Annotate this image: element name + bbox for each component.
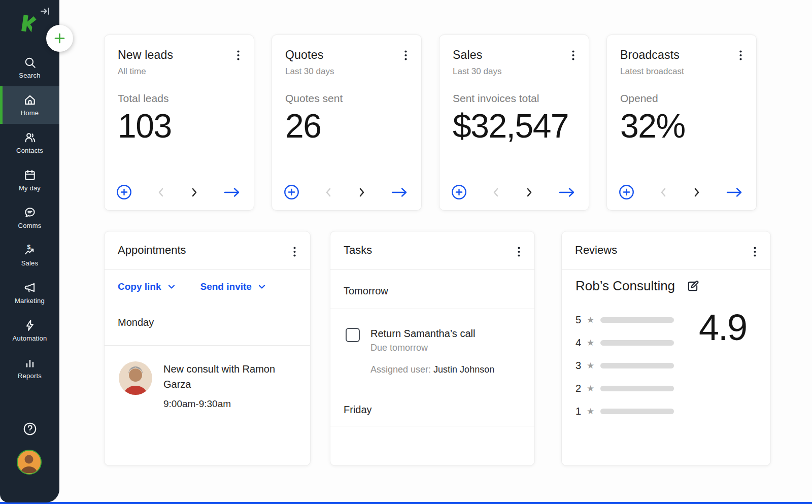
prev-page-chevron[interactable] <box>324 187 332 198</box>
sidebar-item-automation[interactable]: Automation <box>0 312 59 349</box>
megaphone-icon <box>23 281 37 294</box>
sidebar-item-search[interactable]: Search <box>0 49 59 86</box>
prev-page-chevron[interactable] <box>157 187 165 198</box>
add-record-button[interactable] <box>619 184 634 200</box>
rating-row-3-star: 3 ★ <box>576 360 674 372</box>
copy-link-button[interactable]: Copy link <box>118 281 176 292</box>
sidebar-item-label: Comms <box>18 222 42 229</box>
rating-row-1-star: 1 ★ <box>576 406 674 417</box>
tasks-section-header: Tomorrow <box>344 285 388 297</box>
sidebar-nav: Search Home Contacts My day <box>0 49 59 387</box>
tasks-panel: Tasks Tomorrow Return Samantha’s call Du… <box>330 231 535 466</box>
kebab-menu-icon[interactable] <box>750 245 760 261</box>
prev-page-chevron[interactable] <box>492 187 500 198</box>
edit-business-button[interactable] <box>686 280 699 293</box>
calendar-icon <box>23 169 37 182</box>
kebab-menu-icon[interactable] <box>514 245 524 261</box>
sidebar-item-marketing[interactable]: Marketing <box>0 274 59 312</box>
star-icon: ★ <box>587 338 594 348</box>
star-icon: ★ <box>587 383 594 394</box>
next-page-chevron[interactable] <box>525 187 533 198</box>
rating-bar <box>600 317 674 323</box>
card-title: Sales <box>453 48 576 62</box>
sidebar-item-my-day[interactable]: My day <box>0 161 59 199</box>
sidebar-item-reports[interactable]: Reports <box>0 349 59 387</box>
rating-bar <box>600 409 674 414</box>
rating-row-4-star: 4 ★ <box>576 337 674 349</box>
kebab-menu-icon[interactable] <box>735 48 746 64</box>
card-title: Broadcasts <box>620 48 743 62</box>
go-to-report-arrow[interactable] <box>726 186 743 198</box>
rating-row-5-star: 5 ★ <box>576 314 674 326</box>
sidebar-item-home[interactable]: Home <box>0 86 59 124</box>
stat-card-broadcasts: Broadcasts Latest broadcast Opened 32% <box>606 35 757 211</box>
send-invite-button[interactable]: Send invite <box>200 281 266 292</box>
next-page-chevron[interactable] <box>358 187 366 198</box>
panel-title: Reviews <box>575 244 617 257</box>
bar-chart-icon <box>23 356 37 369</box>
contacts-icon <box>23 131 37 144</box>
sidebar-item-contacts[interactable]: Contacts <box>0 124 59 161</box>
task-assigned: Assigned user: Justin Johnson <box>370 364 494 375</box>
go-to-report-arrow[interactable] <box>223 186 241 198</box>
dollar-trend-icon: $ <box>23 244 37 257</box>
card-title: New leads <box>118 48 241 62</box>
task-assigned-user: Justin Johnson <box>433 364 494 375</box>
tasks-header: Tasks <box>330 231 534 270</box>
rating-label: 4 <box>576 337 586 349</box>
kebab-menu-icon[interactable] <box>289 245 300 261</box>
go-to-report-arrow[interactable] <box>391 186 409 198</box>
svg-text:$: $ <box>27 244 30 251</box>
lightning-icon <box>23 319 37 332</box>
next-page-chevron[interactable] <box>190 187 198 198</box>
add-record-button[interactable] <box>116 184 132 200</box>
chevron-down-icon <box>167 282 176 291</box>
average-rating: 4.9 <box>699 307 747 348</box>
bottom-accent-bar <box>0 502 812 504</box>
star-icon: ★ <box>587 406 594 417</box>
stat-card-new-leads: New leads All time Total leads 103 <box>104 35 254 211</box>
sidebar-item-label: Home <box>21 109 39 117</box>
add-record-button[interactable] <box>284 184 299 200</box>
user-avatar[interactable] <box>17 450 42 475</box>
rating-bar <box>600 340 674 346</box>
quick-add-button[interactable] <box>46 25 73 52</box>
next-page-chevron[interactable] <box>693 187 701 198</box>
sidebar-item-comms[interactable]: Comms <box>0 199 59 237</box>
task-checkbox[interactable] <box>346 328 360 342</box>
sidebar: Search Home Contacts My day <box>0 0 59 502</box>
appointment-time: 9:00am-9:30am <box>163 398 288 410</box>
go-to-report-arrow[interactable] <box>558 186 576 198</box>
rating-label: 1 <box>576 406 586 417</box>
add-record-button[interactable] <box>451 184 467 200</box>
business-name: Rob’s Consulting <box>576 278 675 294</box>
chevron-down-icon <box>257 282 266 291</box>
kebab-menu-icon[interactable] <box>233 48 244 64</box>
star-icon: ★ <box>587 360 594 371</box>
sidebar-item-sales[interactable]: $ Sales <box>0 237 59 274</box>
prev-page-chevron[interactable] <box>659 187 667 198</box>
metric-label: Total leads <box>118 92 241 105</box>
panel-title: Tasks <box>344 244 372 257</box>
collapse-sidebar-button[interactable] <box>40 5 52 17</box>
stat-card-sales: Sales Last 30 days Sent invoices total $… <box>439 35 589 211</box>
sidebar-item-label: Sales <box>21 259 39 267</box>
divider <box>330 309 534 309</box>
sidebar-item-label: My day <box>19 184 41 192</box>
metric-value: 32% <box>620 107 743 145</box>
kebab-menu-icon[interactable] <box>400 48 411 64</box>
user-avatar-image <box>18 451 40 473</box>
reviews-panel: Reviews Rob’s Consulting 5 ★ 4 ★ 3 ★ 2 ★… <box>561 231 771 466</box>
kebab-menu-icon[interactable] <box>568 48 579 64</box>
sidebar-item-label: Automation <box>13 334 47 342</box>
metric-value: 103 <box>118 107 241 145</box>
metric-value: $32,547 <box>453 107 576 145</box>
rating-bar <box>600 363 674 368</box>
card-subtitle: Last 30 days <box>285 66 408 77</box>
star-icon: ★ <box>587 315 594 325</box>
appointment-list-item[interactable]: New consult with Ramon Garza 9:00am-9:30… <box>119 361 288 410</box>
home-icon <box>23 93 37 107</box>
help-button[interactable] <box>0 421 59 436</box>
rating-row-2-star: 2 ★ <box>576 383 674 394</box>
panel-title: Appointments <box>118 244 186 257</box>
